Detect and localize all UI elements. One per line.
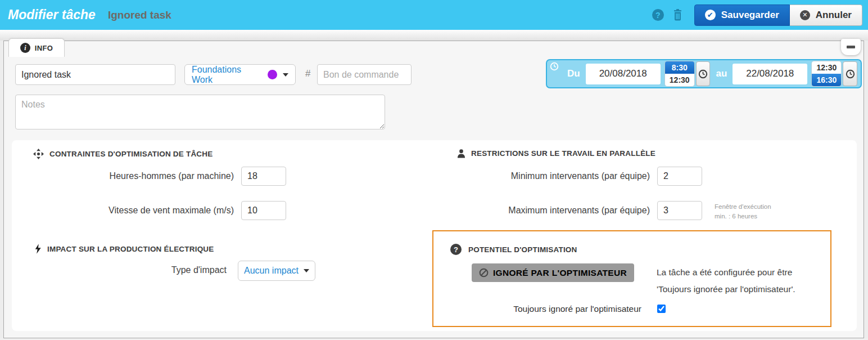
category-color-dot-icon [268,70,277,79]
info-icon: i [20,43,30,53]
description-line: 'Toujours ignorée par l'optimisateur'. [657,281,795,298]
lightning-bolt-icon [34,243,42,254]
task-name-subtitle: Ignored task [108,9,171,21]
category-dropdown[interactable]: Foundations Work [184,64,296,85]
section-title: RESTRICTIONS SUR LE TRAVAIL EN PARALLÈLE [471,149,655,158]
start-time-picker: 8:30 12:30 [665,61,694,86]
field-label: Maximum intervenants (par équipe) [338,201,650,220]
section-title: CONTRAINTES D'OPTIMISATION DE TÂCHE [49,150,213,158]
trash-icon [672,9,683,21]
minus-icon [847,46,855,48]
start-time-option[interactable]: 12:30 [665,74,694,86]
start-time-selected[interactable]: 8:30 [665,61,694,74]
end-time-selected[interactable]: 16:30 [812,74,841,86]
ignored-by-optimizer-badge: IGNORÉ PAR L'OPTIMISATEUR [472,263,634,282]
description-line: La tâche a été configurée pour être [657,264,795,281]
optimization-description: La tâche a été configurée pour être 'Tou… [657,264,795,298]
section-constraints-header: CONTRAINTES D'OPTIMISATION DE TÂCHE [33,149,213,159]
save-button-label: Sauvegarder [721,10,779,21]
impact-type-dropdown[interactable]: Aucun impact [238,261,315,281]
order-number-prefix: # [305,68,310,79]
min-workers-input[interactable] [657,167,702,186]
max-workers-input[interactable] [657,201,702,220]
category-dropdown-label: Foundations Work [192,65,263,85]
clock-icon [698,69,708,79]
order-number-input[interactable] [317,64,412,85]
delete-task-button[interactable] [672,9,683,21]
max-wind-speed-input[interactable] [241,201,286,220]
field-label: Minimum intervenants (par équipe) [338,167,650,186]
execution-window-note: Fenêtre d'exécution min. : 6 heures [715,202,771,221]
tab-info-label: INFO [35,44,53,52]
field-label: Heures-hommes (par machine) [12,167,234,186]
note-line: min. : 6 heures [715,212,771,221]
x-circle-icon: ✕ [800,10,810,20]
top-header-bar: Modifier tâche Ignored task ? ✔ Sauvegar… [0,0,868,30]
always-ignored-label: Toujours ignoré par l'optimisateur [433,303,641,315]
section-optimization-header: ? POTENTIEL D'OPTIMISATION [450,244,577,255]
notes-textarea[interactable] [15,95,385,129]
person-icon [457,149,465,158]
section-parallel-header: RESTRICTIONS SUR LE TRAVAIL EN PARALLÈLE [457,149,655,158]
page-title: Modifier tâche [8,7,96,23]
note-line: Fenêtre d'exécution [715,202,771,212]
chevron-down-icon [283,73,288,77]
tab-info[interactable]: i INFO [8,38,65,57]
badge-label: IGNORÉ PAR L'OPTIMISATEUR [493,268,627,278]
section-title: POTENTIEL D'OPTIMISATION [468,245,577,254]
section-title: IMPACT SUR LA PRODUCTION ÉLECTRIQUE [47,245,214,253]
optimization-potential-box: ? POTENTIEL D'OPTIMISATION IGNORÉ PAR L'… [432,230,831,327]
question-circle-icon: ? [450,244,462,255]
no-entry-icon [479,268,489,278]
start-date-input[interactable] [586,64,661,84]
section-impact-header: IMPACT SUR LA PRODUCTION ÉLECTRIQUE [34,243,214,254]
move-arrows-icon [33,149,44,159]
help-icon[interactable]: ? [652,9,664,21]
header-panel-gap [0,30,868,41]
cancel-button-label: Annuler [816,10,852,21]
clock-icon [846,69,855,79]
task-edit-panel: i INFO Foundations Work # Du 8:30 12:30 [3,41,864,338]
collapse-panel-button[interactable] [841,39,861,55]
chevron-down-icon [304,269,309,272]
man-hours-input[interactable] [241,167,286,186]
end-time-picker: 12:30 16:30 [812,61,841,86]
cancel-button[interactable]: ✕ Annuler [790,5,862,26]
date-to-label: au [716,68,727,79]
date-range-widget: Du 8:30 12:30 au 12:30 16:30 [546,59,862,88]
date-from-label: Du [567,68,580,79]
field-label: Vitesse de vent maximale (m/s) [12,201,234,220]
settings-card: CONTRAINTES D'OPTIMISATION DE TÂCHE Heur… [12,140,857,331]
field-label: Type d'impact [12,261,227,280]
end-time-clock-button[interactable] [843,61,857,86]
check-circle-icon: ✔ [705,10,716,20]
start-time-clock-button[interactable] [696,61,711,86]
impact-type-value: Aucun impact [244,266,299,276]
task-name-input[interactable] [15,64,175,85]
end-date-input[interactable] [733,64,807,84]
always-ignored-checkbox[interactable] [657,305,666,313]
clock-icon [550,62,559,73]
save-button[interactable]: ✔ Sauvegarder [694,5,790,26]
end-time-option[interactable]: 12:30 [812,61,841,74]
